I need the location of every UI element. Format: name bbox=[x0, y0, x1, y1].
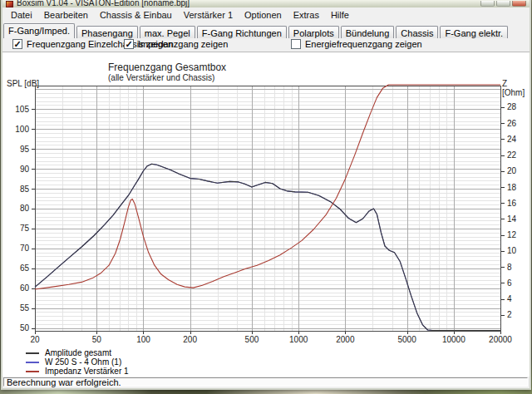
menu-item-optionen[interactable]: Optionen bbox=[239, 8, 288, 22]
tab-f-gang-richtungen[interactable]: F-Gang Richtungen bbox=[197, 26, 287, 38]
svg-text:28: 28 bbox=[507, 102, 517, 111]
menu-item-hilfe[interactable]: Hilfe bbox=[325, 8, 355, 22]
svg-text:85: 85 bbox=[20, 185, 30, 194]
svg-text:2: 2 bbox=[507, 310, 512, 319]
maximize-button[interactable] bbox=[496, 1, 510, 7]
svg-text:50: 50 bbox=[20, 323, 30, 332]
svg-text:70: 70 bbox=[20, 244, 30, 253]
svg-text:1000: 1000 bbox=[289, 335, 308, 344]
svg-text:6: 6 bbox=[507, 278, 512, 288]
tab-strip: F-Gang/Imped. Phasengang max. Pegel F-Ga… bbox=[2, 22, 530, 38]
boxsim-app-icon bbox=[6, 1, 13, 7]
checkbox-energiefrequenzgang[interactable]: Energiefrequenzgang zeigen bbox=[291, 39, 422, 49]
checkbox-box[interactable]: ✓ bbox=[124, 39, 134, 49]
svg-text:100: 100 bbox=[15, 125, 29, 134]
close-button[interactable] bbox=[512, 1, 526, 7]
svg-text:4: 4 bbox=[507, 294, 512, 303]
menu-item-extras[interactable]: Extras bbox=[288, 8, 325, 22]
chart-panel: Frequenzgang Gesamtbox (alle Verstärker … bbox=[2, 52, 530, 377]
tab-max-pegel[interactable]: max. Pegel bbox=[140, 26, 195, 38]
svg-text:65: 65 bbox=[20, 263, 30, 273]
legend-label: W 250 S - 4 Ohm (1) bbox=[45, 357, 121, 367]
window-title: Boxsim V1.04 - VISATON-Edition [noname.b… bbox=[17, 0, 190, 7]
svg-text:95: 95 bbox=[20, 145, 30, 154]
svg-text:16: 16 bbox=[507, 199, 517, 208]
legend-line-swatch bbox=[26, 362, 39, 363]
tab-polarplots[interactable]: Polarplots bbox=[288, 26, 339, 38]
svg-text:100: 100 bbox=[136, 335, 150, 344]
svg-text:80: 80 bbox=[20, 204, 30, 213]
svg-text:24: 24 bbox=[507, 135, 517, 144]
svg-text:20: 20 bbox=[507, 166, 517, 175]
legend-label: Impedanz Verstärker 1 bbox=[45, 367, 129, 376]
tab-buendelung[interactable]: Bündelung bbox=[341, 26, 395, 38]
status-bar: Berechnung war erfolgreich. bbox=[2, 377, 530, 388]
svg-text:75: 75 bbox=[20, 224, 30, 233]
title-bar[interactable]: Boxsim V1.04 - VISATON-Edition [noname.b… bbox=[2, 0, 530, 7]
legend-item-w250s: W 250 S - 4 Ohm (1) bbox=[26, 357, 129, 367]
checkbox-impedanzgang[interactable]: ✓ Impedanzgang zeigen bbox=[124, 39, 228, 49]
svg-text:12: 12 bbox=[507, 230, 517, 239]
svg-text:20000: 20000 bbox=[489, 335, 512, 344]
legend-line-swatch bbox=[26, 352, 39, 354]
boxsim-window: Boxsim V1.04 - VISATON-Edition [noname.b… bbox=[1, 0, 531, 390]
svg-text:26: 26 bbox=[507, 119, 517, 128]
menu-item-bearbeiten[interactable]: Bearbeiten bbox=[38, 8, 94, 22]
status-text: Berechnung war erfolgreich. bbox=[3, 377, 528, 387]
checkbox-panel: ✓ Frequenzgang Einzelchassis zeigen ✓ Im… bbox=[2, 38, 530, 52]
legend-label: Amplitude gesamt bbox=[45, 348, 111, 357]
svg-text:10000: 10000 bbox=[442, 335, 466, 344]
svg-text:22: 22 bbox=[507, 150, 517, 160]
checkbox-box[interactable]: ✓ bbox=[12, 39, 22, 49]
svg-text:105: 105 bbox=[15, 105, 29, 114]
svg-text:20: 20 bbox=[30, 335, 40, 344]
svg-text:200: 200 bbox=[183, 335, 197, 344]
menu-item-verstaerker-1[interactable]: Verstärker 1 bbox=[178, 8, 239, 22]
svg-text:500: 500 bbox=[245, 335, 259, 344]
svg-text:5000: 5000 bbox=[397, 335, 416, 344]
svg-text:60: 60 bbox=[20, 283, 30, 293]
chart-legend: Amplitude gesamt W 250 S - 4 Ohm (1) Imp… bbox=[26, 348, 129, 376]
legend-item-amplitude-gesamt: Amplitude gesamt bbox=[26, 348, 129, 357]
svg-text:55: 55 bbox=[20, 303, 30, 313]
tab-phasengang[interactable]: Phasengang bbox=[76, 26, 138, 38]
legend-line-swatch bbox=[26, 371, 39, 372]
checkbox-box[interactable] bbox=[291, 39, 301, 49]
minimize-button[interactable] bbox=[480, 1, 495, 7]
svg-text:90: 90 bbox=[20, 165, 30, 174]
svg-text:8: 8 bbox=[507, 263, 512, 272]
window-controls bbox=[480, 1, 526, 7]
tab-f-gang-imped[interactable]: F-Gang/Imped. bbox=[3, 23, 75, 38]
menubar: Datei Bearbeiten Chassis & Einbau Verstä… bbox=[2, 7, 530, 22]
legend-item-impedanz-verstaerker-1: Impedanz Verstärker 1 bbox=[26, 367, 129, 376]
svg-text:18: 18 bbox=[507, 183, 517, 192]
svg-text:14: 14 bbox=[507, 214, 517, 224]
checkbox-label: Energiefrequenzgang zeigen bbox=[305, 39, 422, 49]
svg-text:10: 10 bbox=[507, 246, 517, 255]
svg-text:50: 50 bbox=[92, 335, 102, 344]
svg-text:2000: 2000 bbox=[336, 335, 355, 344]
menu-item-chassis-einbau[interactable]: Chassis & Einbau bbox=[94, 8, 178, 22]
frequency-response-plot: 2050100200500100020005000100002000050556… bbox=[2, 52, 530, 377]
tab-f-gang-elektr[interactable]: F-Gang elektr. bbox=[440, 26, 508, 38]
tab-chassis[interactable]: Chassis bbox=[396, 26, 438, 38]
menu-item-datei[interactable]: Datei bbox=[5, 8, 38, 22]
checkbox-label: Impedanzgang zeigen bbox=[138, 39, 228, 49]
